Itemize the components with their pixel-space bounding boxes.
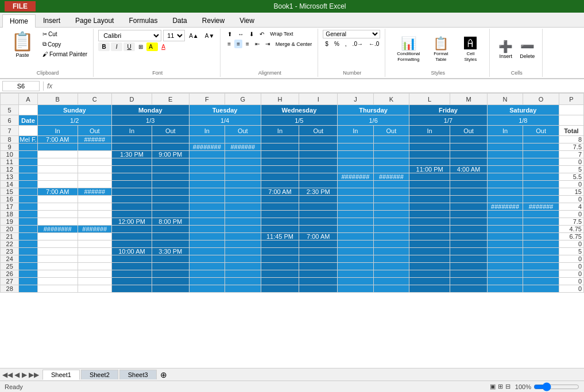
cell-i8[interactable] bbox=[299, 136, 338, 143]
cell-total-11[interactable]: 0 bbox=[559, 158, 583, 166]
cell-b10[interactable] bbox=[37, 151, 78, 158]
cell-g17[interactable] bbox=[225, 203, 261, 211]
cell-friday[interactable]: Friday bbox=[409, 105, 488, 115]
cell-h14[interactable] bbox=[261, 181, 299, 188]
cell-h22[interactable] bbox=[261, 240, 299, 248]
cell-n21[interactable] bbox=[487, 233, 523, 240]
cell-i11[interactable] bbox=[299, 158, 338, 166]
conditional-formatting-button[interactable]: 📊 Conditional Formatting bbox=[393, 32, 424, 67]
cell-e17[interactable] bbox=[152, 203, 189, 211]
col-header-g[interactable]: G bbox=[225, 94, 261, 105]
cell-b13[interactable] bbox=[37, 173, 78, 181]
border-button[interactable]: ⊞ bbox=[136, 42, 145, 51]
zoom-slider[interactable] bbox=[533, 382, 579, 391]
cell-b11[interactable] bbox=[37, 158, 78, 166]
cell-wednesday[interactable]: Wednesday bbox=[261, 105, 338, 115]
cell-date-15[interactable]: 1/5 bbox=[261, 115, 338, 126]
col-header-c[interactable]: C bbox=[78, 94, 111, 105]
cell-m20[interactable] bbox=[450, 226, 488, 233]
cell-d15[interactable] bbox=[111, 188, 152, 196]
cell-c21[interactable] bbox=[78, 233, 111, 240]
cell-b17[interactable] bbox=[37, 203, 78, 211]
new-sheet-button[interactable]: ⊕ bbox=[160, 370, 167, 379]
cell-n13[interactable] bbox=[487, 173, 523, 181]
cell-k23[interactable] bbox=[373, 248, 409, 255]
cell-fri-in[interactable]: In bbox=[409, 126, 450, 136]
cell-c12[interactable] bbox=[78, 166, 111, 173]
cell-o10[interactable] bbox=[523, 151, 559, 158]
cell-date-12[interactable]: 1/2 bbox=[37, 115, 111, 126]
col-header-a[interactable]: A bbox=[19, 94, 37, 105]
insert-button[interactable]: ➕ Insert bbox=[496, 32, 516, 67]
cell-f14[interactable] bbox=[189, 181, 225, 188]
cell-d13[interactable] bbox=[111, 173, 152, 181]
cell-e14[interactable] bbox=[152, 181, 189, 188]
cell-c9[interactable] bbox=[78, 143, 111, 151]
cell-total-21[interactable]: 6.75 bbox=[559, 233, 583, 240]
cell-j23[interactable] bbox=[338, 248, 373, 255]
cell-h17[interactable] bbox=[261, 203, 299, 211]
col-header-n[interactable]: N bbox=[487, 94, 523, 105]
cell-l11[interactable] bbox=[409, 158, 450, 166]
cell-b9[interactable] bbox=[37, 143, 78, 151]
cell-a7[interactable] bbox=[19, 126, 37, 136]
cell-l16[interactable] bbox=[409, 196, 450, 203]
cell-b12[interactable] bbox=[37, 166, 78, 173]
cell-a13[interactable] bbox=[19, 173, 37, 181]
cell-i13[interactable] bbox=[299, 173, 338, 181]
cell-a17[interactable] bbox=[19, 203, 37, 211]
cell-f19[interactable] bbox=[189, 218, 225, 226]
cell-g14[interactable] bbox=[225, 181, 261, 188]
cell-m16[interactable] bbox=[450, 196, 488, 203]
cell-j22[interactable] bbox=[338, 240, 373, 248]
cell-a8[interactable]: Mel F. bbox=[19, 136, 37, 143]
cell-d21[interactable] bbox=[111, 233, 152, 240]
cell-styles-button[interactable]: 🅰 Cell Styles bbox=[458, 32, 484, 67]
col-header-b[interactable]: B bbox=[37, 94, 78, 105]
cell-b23[interactable] bbox=[37, 248, 78, 255]
sheet-nav-arrows[interactable]: ◀◀ ◀ ▶ ▶▶ bbox=[2, 371, 39, 379]
cell-b19[interactable] bbox=[37, 218, 78, 226]
cell-l12[interactable]: 11:00 PM bbox=[409, 166, 450, 173]
cell-g22[interactable] bbox=[225, 240, 261, 248]
col-header-o[interactable]: O bbox=[523, 94, 559, 105]
cell-a14[interactable] bbox=[19, 181, 37, 188]
cell-j13[interactable]: ######## bbox=[338, 173, 373, 181]
underline-button[interactable]: U bbox=[123, 42, 135, 51]
cell-j14[interactable] bbox=[338, 181, 373, 188]
cell-h10[interactable] bbox=[261, 151, 299, 158]
cell-j18[interactable] bbox=[338, 211, 373, 218]
cell-sat-out[interactable]: Out bbox=[523, 126, 559, 136]
cell-i23[interactable] bbox=[299, 248, 338, 255]
cell-m8[interactable] bbox=[450, 136, 488, 143]
formula-input[interactable] bbox=[55, 81, 582, 91]
cell-e21[interactable] bbox=[152, 233, 189, 240]
col-header-e[interactable]: E bbox=[152, 94, 189, 105]
cell-mon-in[interactable]: In bbox=[111, 126, 152, 136]
cell-j11[interactable] bbox=[338, 158, 373, 166]
cell-l17[interactable] bbox=[409, 203, 450, 211]
cell-h16[interactable] bbox=[261, 196, 299, 203]
cell-h18[interactable] bbox=[261, 211, 299, 218]
cell-total-22[interactable]: 0 bbox=[559, 240, 583, 248]
cell-p6[interactable] bbox=[559, 115, 583, 126]
cell-f13[interactable] bbox=[189, 173, 225, 181]
cell-d16[interactable] bbox=[111, 196, 152, 203]
cell-h9[interactable] bbox=[261, 143, 299, 151]
cell-sunday[interactable]: Sunday bbox=[37, 105, 111, 115]
cell-b15[interactable]: 7:00 AM bbox=[37, 188, 78, 196]
cell-e19[interactable]: 8:00 PM bbox=[152, 218, 189, 226]
cell-a20[interactable] bbox=[19, 226, 37, 233]
cell-l14[interactable] bbox=[409, 181, 450, 188]
increase-decimal-button[interactable]: .0→ bbox=[350, 40, 365, 48]
cell-d22[interactable] bbox=[111, 240, 152, 248]
cell-m10[interactable] bbox=[450, 151, 488, 158]
cell-f9[interactable]: ######## bbox=[189, 143, 225, 151]
cell-j16[interactable] bbox=[338, 196, 373, 203]
italic-button[interactable]: I bbox=[111, 42, 122, 51]
bold-button[interactable]: B bbox=[98, 42, 110, 51]
sheet-tab-3[interactable]: Sheet3 bbox=[119, 370, 157, 379]
cell-d23[interactable]: 10:00 AM bbox=[111, 248, 152, 255]
cell-i16[interactable] bbox=[299, 196, 338, 203]
cell-i19[interactable] bbox=[299, 218, 338, 226]
